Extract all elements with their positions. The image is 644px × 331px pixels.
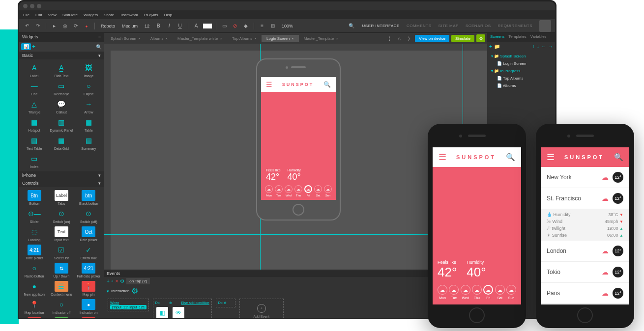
day-sat[interactable]: ☁Sat: [495, 285, 505, 300]
day-tue[interactable]: ☁Tue: [275, 185, 283, 197]
widget-triangle[interactable]: △Triangle: [21, 98, 47, 115]
user-avatar[interactable]: [539, 20, 551, 32]
nav-prev-icon[interactable]: ⟨: [385, 34, 393, 42]
day-sun[interactable]: ☁Sun: [324, 185, 332, 197]
widget-full-date-picker[interactable]: 4:21Full date picker: [76, 262, 102, 279]
hamburger-icon[interactable]: ☰: [439, 152, 446, 163]
widget-button[interactable]: BtnButton: [21, 189, 47, 206]
day-sun[interactable]: ☁Sun: [506, 285, 516, 300]
move-up-icon[interactable]: ↑: [532, 44, 535, 49]
record-icon[interactable]: ⬥: [83, 22, 90, 30]
device-frame[interactable]: ☰ SUNSPOT 🔍 Feels like42°Humidity40° ☁Mo…: [256, 58, 341, 221]
top-tab[interactable]: USER INTERFACE: [362, 24, 400, 28]
add-folder-icon[interactable]: 📁: [494, 44, 500, 49]
file-tab[interactable]: Splash Screen×: [106, 35, 146, 42]
close-tab-icon[interactable]: ×: [292, 36, 294, 41]
close-tab-icon[interactable]: ×: [220, 36, 222, 41]
search-icon[interactable]: 🔍: [614, 153, 623, 162]
move-right-icon[interactable]: →: [548, 44, 553, 49]
widget-data-grid[interactable]: ▦Data Grid: [48, 134, 74, 151]
text-a-icon[interactable]: A: [192, 22, 200, 30]
widget-time-picker[interactable]: 4:21Time picker: [21, 244, 47, 261]
widget-input-text[interactable]: TextInput text: [48, 225, 74, 243]
tree-item[interactable]: 📄 Top Albums: [489, 75, 553, 82]
close-tab-icon[interactable]: ×: [336, 36, 338, 41]
menu-simulate[interactable]: Simulate: [62, 13, 78, 17]
menu-view[interactable]: View: [48, 13, 57, 17]
bold-icon[interactable]: B: [154, 22, 162, 30]
nav-next-icon[interactable]: ⟩: [405, 34, 413, 42]
widget-table[interactable]: ▦Table: [76, 116, 102, 133]
widget-hotspot[interactable]: ▦Hotspot: [21, 116, 47, 133]
day-sat[interactable]: ☁Sat: [314, 185, 322, 197]
widget-add[interactable]: +Add: [48, 316, 74, 318]
add-event-button[interactable]: +Add Event: [239, 299, 284, 319]
rotate-icon[interactable]: ⟳: [72, 22, 80, 30]
widget-slider[interactable]: ⊙—Slider: [21, 207, 47, 224]
view-on-device-button[interactable]: View on device: [415, 35, 449, 42]
app-search-icon[interactable]: 🔍: [323, 81, 331, 88]
top-tab[interactable]: SCENARIOS: [466, 24, 491, 28]
close-dot[interactable]: [23, 4, 28, 8]
event-tab[interactable]: on Tap (2): [126, 278, 150, 284]
city-row[interactable]: London☁12°: [541, 241, 629, 262]
widget-image[interactable]: 🖼Image: [76, 61, 102, 79]
file-tab[interactable]: Master_Template×: [299, 35, 343, 42]
widget-delete[interactable]: −Delete: [21, 316, 47, 318]
copy-event-icon[interactable]: ▫: [112, 278, 114, 284]
day-fri[interactable]: ☁Fri: [304, 185, 312, 197]
file-tab[interactable]: Login Screen×: [262, 35, 299, 42]
widget-summary[interactable]: ▤Summary: [76, 134, 102, 151]
widget-up---down[interactable]: ⇅Up / Down: [48, 262, 74, 279]
close-tab-icon[interactable]: ×: [254, 36, 257, 41]
italic-icon[interactable]: I: [165, 22, 173, 30]
widget-map-location[interactable]: 📍Map location: [21, 298, 47, 315]
collapse-icon[interactable]: −: [98, 34, 101, 40]
condition-node[interactable]: When ['Input_11' 'Input_12']: [108, 299, 149, 311]
day-wed[interactable]: ☁Wed: [285, 185, 293, 197]
add-event-icon[interactable]: +: [107, 278, 110, 284]
target-icon[interactable]: ◎: [61, 22, 69, 30]
day-wed[interactable]: ☁Wed: [461, 285, 470, 300]
city-row[interactable]: St. Francisco☁12°: [541, 188, 629, 209]
minimize-dot[interactable]: [30, 4, 34, 8]
widget-indicator-off[interactable]: ○Indicator off: [48, 298, 74, 315]
menu-file[interactable]: File: [23, 13, 29, 17]
hamburger-icon[interactable]: ☰: [547, 152, 555, 163]
widget-rectangle[interactable]: ▭Rectangle: [48, 80, 74, 97]
widget-callout[interactable]: 💬Callout: [48, 98, 74, 115]
redo-icon[interactable]: ↷: [34, 22, 42, 30]
underline-icon[interactable]: U: [176, 22, 184, 30]
menu-help[interactable]: Help: [164, 13, 172, 17]
day-fri[interactable]: ☁Fri: [483, 285, 493, 300]
menu-teamwork[interactable]: Teamwork: [120, 13, 138, 17]
widget-dynamic-panel[interactable]: ▥Dynamic Panel: [48, 116, 74, 133]
close-tab-icon[interactable]: ×: [138, 36, 141, 41]
widget-arrow[interactable]: →Arrow: [76, 98, 102, 115]
top-tab[interactable]: COMMENTS: [407, 24, 432, 28]
widget-switch--on-[interactable]: ⊙Switch (on): [48, 207, 74, 224]
widget-ellipse[interactable]: ○Ellipse: [76, 80, 102, 97]
file-tab[interactable]: Top Albums×: [227, 35, 262, 42]
basic-section[interactable]: Basic▾: [19, 52, 104, 59]
move-left-icon[interactable]: ←: [541, 44, 546, 49]
day-mon[interactable]: ☁Mon: [438, 285, 447, 300]
widget-check-box[interactable]: ✓Check box: [76, 244, 102, 261]
panel-tab[interactable]: Variables: [530, 34, 547, 40]
menu-share[interactable]: Share: [104, 13, 114, 17]
file-tab[interactable]: Albums×: [146, 35, 173, 42]
iphone-section[interactable]: iPhone▾: [19, 171, 104, 179]
font-select[interactable]: Roboto: [99, 23, 117, 29]
controls-section[interactable]: Controls▾: [19, 179, 104, 187]
menu-widgets[interactable]: Widgets: [84, 13, 98, 17]
search-icon[interactable]: 🔍: [348, 22, 355, 30]
do-node[interactable]: Do⊕Else add condition ◧Set Acti... 👁Show: [153, 299, 212, 319]
widget-text-table[interactable]: ▤Text Table: [21, 134, 47, 151]
panel-tab[interactable]: Templates: [508, 34, 526, 40]
size-select[interactable]: 12: [143, 23, 151, 29]
widget-context-menu[interactable]: ☰Context menu: [48, 280, 74, 297]
menu-plug-ins[interactable]: Plug-ins: [144, 13, 158, 17]
day-thu[interactable]: ☁Thu: [294, 185, 302, 197]
distribute-icon[interactable]: ⊞: [269, 22, 277, 30]
text-color-swatch[interactable]: [203, 24, 212, 28]
